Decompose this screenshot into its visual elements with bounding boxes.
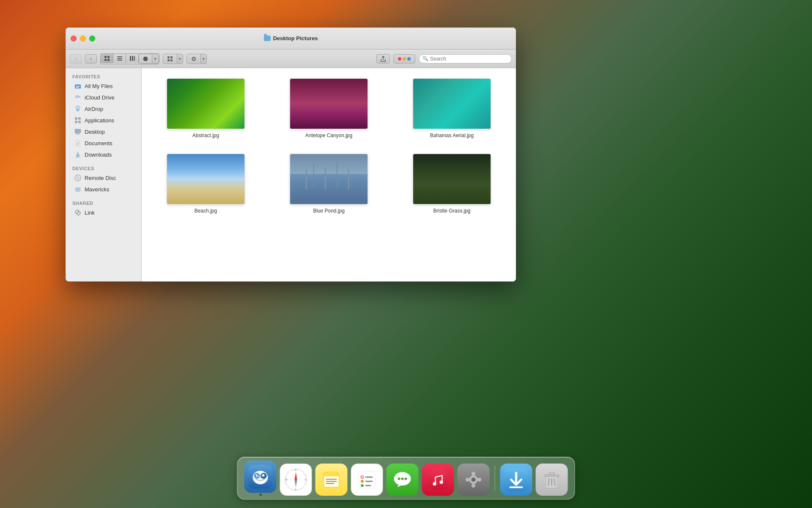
svg-point-22 bbox=[77, 109, 79, 110]
abstract-filename: Abstract.jpg bbox=[192, 133, 219, 138]
action-dropdown-arrow[interactable]: ▾ bbox=[200, 54, 206, 64]
svg-rect-88 bbox=[477, 477, 482, 482]
dock-item-safari[interactable]: N S E W bbox=[280, 464, 312, 496]
view-dropdown-arrow[interactable]: ▾ bbox=[152, 54, 159, 64]
downloads-label: Downloads bbox=[85, 152, 112, 158]
column-view-button[interactable] bbox=[126, 54, 139, 63]
file-item-antelope[interactable]: Antelope Canyon.jpg bbox=[272, 75, 386, 142]
minimize-button[interactable] bbox=[80, 36, 86, 41]
dock-item-trash[interactable] bbox=[536, 464, 568, 496]
file-item-bahamas[interactable]: Bahamas Aerial.jpg bbox=[395, 75, 509, 142]
link-label: Link bbox=[85, 210, 95, 216]
svg-point-38 bbox=[77, 191, 79, 192]
bahamas-thumbnail bbox=[413, 78, 491, 129]
all-my-files-label: All My Files bbox=[85, 83, 112, 89]
bluepond-filename: Blue Pond.jpg bbox=[313, 208, 345, 214]
coverflow-view-button[interactable]: ▾ bbox=[139, 54, 159, 64]
svg-rect-23 bbox=[75, 117, 77, 120]
forward-button[interactable]: › bbox=[85, 54, 97, 64]
dock-item-sysprefs[interactable] bbox=[458, 464, 490, 496]
arrange-button[interactable]: ▾ bbox=[163, 54, 183, 64]
shared-header: Shared bbox=[66, 198, 141, 207]
desktop-label: Desktop bbox=[85, 129, 105, 135]
svg-point-79 bbox=[433, 482, 436, 486]
back-button[interactable]: ‹ bbox=[70, 54, 82, 64]
link-icon bbox=[74, 209, 82, 216]
dock-item-reminders[interactable] bbox=[351, 464, 383, 496]
svg-rect-32 bbox=[77, 145, 78, 145]
svg-rect-89 bbox=[465, 477, 470, 482]
svg-rect-24 bbox=[78, 117, 81, 120]
svg-text:W: W bbox=[285, 478, 288, 481]
sidebar-item-mavericks[interactable]: Mavericks bbox=[67, 184, 140, 195]
all-my-files-icon bbox=[74, 82, 82, 90]
svg-point-45 bbox=[257, 475, 258, 476]
icloud-drive-label: iCloud Drive bbox=[85, 94, 115, 101]
file-item-bluepond[interactable]: Blue Pond.jpg bbox=[272, 150, 386, 217]
svg-point-80 bbox=[440, 480, 443, 484]
file-item-abstract[interactable]: Abstract.jpg bbox=[148, 75, 263, 142]
svg-rect-14 bbox=[170, 56, 173, 58]
sidebar-item-remote-disc[interactable]: Remote Disc bbox=[67, 172, 140, 183]
sidebar-item-applications[interactable]: Applications bbox=[67, 115, 140, 126]
remote-disc-icon bbox=[74, 174, 82, 182]
dock-item-messages[interactable] bbox=[387, 464, 419, 496]
sidebar-item-downloads[interactable]: Downloads bbox=[67, 149, 140, 160]
finder-icon bbox=[244, 461, 277, 493]
blue-tag bbox=[407, 57, 411, 61]
sidebar-item-link[interactable]: Link bbox=[67, 207, 140, 218]
sidebar-item-airdrop[interactable]: AirDrop bbox=[67, 103, 140, 114]
dock: N S E W bbox=[237, 457, 575, 500]
window-controls bbox=[71, 36, 95, 41]
favorites-header: Favorites bbox=[66, 72, 141, 80]
safari-icon: N S E W bbox=[280, 464, 312, 496]
tag-button[interactable] bbox=[393, 54, 415, 64]
action-button[interactable]: ⚙ ▾ bbox=[187, 54, 207, 64]
music-icon bbox=[422, 464, 454, 496]
sidebar-item-documents[interactable]: Documents bbox=[67, 138, 140, 149]
svg-point-47 bbox=[263, 475, 264, 476]
finder-window: Desktop Pictures ‹ › bbox=[66, 28, 516, 282]
sidebar-item-icloud-drive[interactable]: iCloud Drive bbox=[67, 92, 140, 103]
title-bar: Desktop Pictures bbox=[66, 28, 516, 50]
bristle-filename: Bristle Grass.jpg bbox=[433, 208, 470, 214]
icon-view-button[interactable] bbox=[101, 54, 113, 63]
abstract-thumbnail bbox=[167, 78, 245, 129]
svg-rect-30 bbox=[77, 143, 79, 143]
folder-icon bbox=[263, 36, 270, 41]
bluepond-thumbnail bbox=[290, 154, 368, 204]
bristle-thumbnail bbox=[413, 154, 491, 204]
svg-rect-68 bbox=[365, 477, 373, 478]
sysprefs-icon bbox=[458, 464, 490, 496]
svg-rect-72 bbox=[365, 485, 371, 486]
dock-item-downloads[interactable] bbox=[500, 464, 532, 496]
svg-rect-18 bbox=[75, 85, 81, 88]
file-item-beach[interactable]: Beach.jpg bbox=[148, 150, 263, 217]
svg-rect-26 bbox=[78, 121, 81, 123]
close-button[interactable] bbox=[71, 36, 77, 41]
search-input[interactable] bbox=[430, 56, 508, 62]
sidebar: Favorites All My Files bbox=[66, 68, 142, 282]
dock-item-finder[interactable] bbox=[244, 461, 277, 496]
arrange-dropdown-arrow[interactable]: ▾ bbox=[177, 54, 183, 64]
sidebar-item-all-my-files[interactable]: All My Files bbox=[67, 80, 140, 91]
svg-rect-20 bbox=[76, 87, 79, 88]
list-view-button[interactable] bbox=[113, 54, 126, 63]
sidebar-item-desktop[interactable]: Desktop bbox=[67, 126, 140, 137]
file-item-bristle[interactable]: Bristle Grass.jpg bbox=[395, 150, 509, 217]
svg-rect-0 bbox=[104, 56, 107, 58]
svg-point-55 bbox=[295, 479, 297, 480]
maximize-button[interactable] bbox=[89, 36, 95, 41]
svg-rect-29 bbox=[76, 134, 80, 134]
beach-thumbnail bbox=[167, 154, 245, 204]
svg-rect-3 bbox=[107, 59, 110, 61]
airdrop-label: AirDrop bbox=[85, 106, 103, 112]
svg-rect-92 bbox=[510, 486, 523, 488]
mavericks-icon bbox=[74, 185, 82, 193]
share-button[interactable] bbox=[376, 54, 390, 64]
dock-item-notes[interactable] bbox=[315, 464, 348, 496]
svg-text:N: N bbox=[295, 469, 297, 471]
dock-item-music[interactable] bbox=[422, 464, 454, 496]
search-bar[interactable]: 🔍 bbox=[419, 54, 512, 64]
documents-label: Documents bbox=[85, 140, 112, 146]
